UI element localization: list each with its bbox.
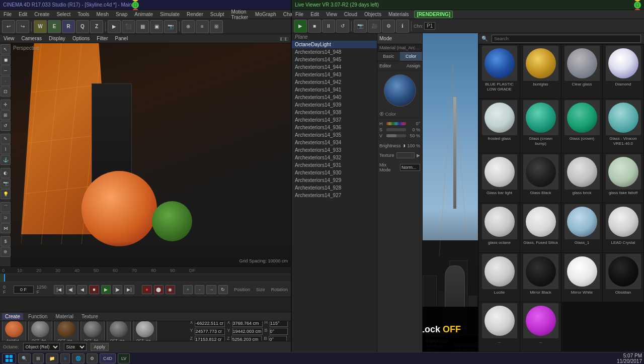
render-region[interactable]: ▦ bbox=[136, 20, 149, 33]
render-active[interactable]: ⬛ bbox=[122, 20, 135, 33]
tab-material[interactable]: Material bbox=[52, 313, 76, 320]
lv-menu-cloud[interactable]: Cloud bbox=[343, 11, 359, 18]
tab-cameras[interactable]: Cameras bbox=[20, 35, 44, 42]
select-tool[interactable]: Q bbox=[76, 20, 89, 33]
edge-button[interactable]: e bbox=[60, 353, 70, 363]
scene-item-937[interactable]: Archexteriors14_937 bbox=[292, 116, 377, 124]
hue-slider[interactable] bbox=[386, 122, 406, 125]
tab-filter[interactable]: Filter bbox=[95, 35, 109, 42]
mat-glass-falloff[interactable]: glass fake falloff bbox=[603, 153, 643, 203]
mat-glass-brick[interactable]: glass brick bbox=[561, 153, 602, 203]
obj-x-input[interactable] bbox=[195, 321, 225, 327]
scene-item-939[interactable]: Archexteriors14_939 bbox=[292, 101, 377, 109]
zaxis-btn[interactable]: Z bbox=[90, 20, 103, 33]
settings-button[interactable]: ⚙ bbox=[87, 353, 98, 363]
tab-view[interactable]: View bbox=[2, 35, 16, 42]
scale-tool[interactable]: E bbox=[48, 20, 61, 33]
scene-item-934[interactable]: Archexteriors14_934 bbox=[292, 139, 377, 146]
menu-mograph[interactable]: MoGraph bbox=[254, 11, 278, 18]
mat-blue-plastic[interactable]: BLUE PLASTIC LOW GRADE bbox=[479, 45, 520, 99]
channel-value[interactable]: P1 bbox=[424, 22, 435, 30]
icon-draw[interactable]: ✎ bbox=[1, 134, 11, 144]
lv-info-btn[interactable]: ℹ bbox=[396, 20, 409, 33]
scene-item-928[interactable]: Archexteriors14_928 bbox=[292, 184, 377, 192]
scene-item-935[interactable]: Archexteriors14_935 bbox=[292, 131, 377, 139]
mat-thumb-2[interactable]: OCT_ma... bbox=[54, 321, 78, 341]
apply-button[interactable]: Apply bbox=[91, 343, 109, 351]
icon-edge[interactable]: ─ bbox=[1, 65, 11, 75]
lv-maximize-btn[interactable]: □ bbox=[634, 2, 641, 9]
scene-item-943[interactable]: Archexteriors14_943 bbox=[292, 71, 377, 78]
obj-x2-input[interactable] bbox=[232, 321, 263, 327]
rotation-btn[interactable]: ↻ bbox=[218, 285, 228, 294]
mat-thumb-4[interactable]: OCT_ma... bbox=[107, 321, 131, 341]
mat-extra2[interactable]: ... bbox=[520, 302, 561, 351]
menu-simulate[interactable]: Simulate bbox=[158, 11, 181, 18]
mat-obsidian[interactable]: Obsidian bbox=[603, 253, 643, 302]
mix-input[interactable] bbox=[400, 164, 420, 171]
mat-mirror-white[interactable]: Mirror White bbox=[561, 253, 602, 302]
scene-item-932[interactable]: Archexteriors14_932 bbox=[292, 154, 377, 161]
icon-spline[interactable]: ⌒ bbox=[1, 202, 11, 212]
scene-item-940[interactable]: Archexteriors14_940 bbox=[292, 94, 377, 101]
mat-clear-glass[interactable]: Clear glass bbox=[561, 45, 602, 99]
snap-btn[interactable]: ⊕ bbox=[182, 20, 195, 33]
keyframe-goto[interactable]: → bbox=[206, 285, 216, 294]
icon-rotate[interactable]: ↺ bbox=[1, 121, 11, 131]
scene-item-944[interactable]: Archexteriors14_944 bbox=[292, 63, 377, 71]
mat-mirror-black[interactable]: Mirror Black bbox=[520, 253, 561, 302]
play-btn[interactable]: ▶ bbox=[101, 285, 111, 294]
lv-menu-materials[interactable]: Materials bbox=[387, 11, 411, 18]
icon-scale[interactable]: ⊞ bbox=[1, 110, 11, 120]
icon-point[interactable]: · bbox=[1, 76, 11, 86]
menu-file[interactable]: File bbox=[2, 11, 13, 18]
icon-cloner[interactable]: ❊ bbox=[1, 247, 11, 257]
lv-menu-view[interactable]: View bbox=[325, 11, 339, 18]
icon-deform[interactable]: ⋈ bbox=[1, 223, 11, 233]
color-ball-preview[interactable] bbox=[384, 74, 416, 107]
keyframe-add[interactable]: + bbox=[183, 285, 193, 294]
scene-item-933[interactable]: Archexteriors14_933 bbox=[292, 146, 377, 154]
render-preview[interactable]: ▶ bbox=[108, 20, 121, 33]
obj-h-input[interactable] bbox=[270, 321, 288, 327]
prev-key-btn[interactable]: ◀| bbox=[66, 285, 75, 294]
menu-snap[interactable]: Snap bbox=[114, 11, 129, 18]
mat-glass1[interactable]: Glass_1 bbox=[561, 203, 602, 252]
goto-end-btn[interactable]: ▶| bbox=[124, 285, 134, 294]
scene-item-931[interactable]: Archexteriors14_931 bbox=[292, 161, 377, 169]
tab-panel[interactable]: Panel bbox=[114, 35, 130, 42]
grid-btn[interactable]: ⊞ bbox=[210, 20, 223, 33]
render-view[interactable]: Out-of-core used/max:359Mb/4Gb Gray8/16:… bbox=[423, 33, 478, 352]
color-radio[interactable]: ⦿ bbox=[379, 112, 384, 117]
mat-lucite[interactable]: Lucite bbox=[479, 253, 520, 302]
obj-b-input[interactable] bbox=[270, 328, 288, 335]
c4d-maximize-btn[interactable]: □ bbox=[132, 2, 139, 9]
lv-menu-file[interactable]: File bbox=[294, 11, 305, 18]
start-button[interactable] bbox=[2, 353, 16, 363]
menu-select[interactable]: Select bbox=[55, 11, 72, 18]
menu-motiontrak[interactable]: Motion Tracker bbox=[230, 9, 250, 21]
mat-lead-crystal[interactable]: LEAD Crystal bbox=[603, 203, 643, 252]
record-btn[interactable]: ● bbox=[142, 285, 151, 294]
timeline-track[interactable] bbox=[0, 274, 291, 282]
lv-reset-btn[interactable]: ↺ bbox=[336, 20, 349, 33]
cinema4d-taskbar-btn[interactable]: C4D bbox=[100, 353, 116, 363]
mat-thumb-0[interactable]: ArchExt... bbox=[2, 321, 26, 341]
menu-animate[interactable]: Animate bbox=[133, 11, 154, 18]
mat-extra1[interactable]: ... bbox=[479, 302, 520, 351]
icon-script[interactable]: $ bbox=[1, 236, 11, 246]
tab-function[interactable]: Function bbox=[25, 313, 50, 320]
redo-btn[interactable]: ↪ bbox=[16, 20, 29, 33]
play-reverse-btn[interactable]: ◀ bbox=[77, 285, 87, 294]
mode-tab-color[interactable]: Color bbox=[400, 52, 423, 61]
sat-slider[interactable] bbox=[386, 128, 406, 131]
next-key-btn[interactable]: |▶ bbox=[113, 285, 122, 294]
search-button[interactable]: 🔍 bbox=[18, 353, 31, 363]
scene-item-945[interactable]: Archexteriors14_945 bbox=[292, 56, 377, 63]
mode-tab-basic[interactable]: Basic bbox=[377, 52, 400, 61]
icon-camera[interactable]: 📷 bbox=[1, 178, 11, 189]
icon-obj[interactable]: ⊡ bbox=[1, 86, 11, 97]
scene-item-936[interactable]: Archexteriors14_936 bbox=[292, 124, 377, 131]
lv-play-btn[interactable]: ▶ bbox=[294, 20, 307, 33]
menu-sculpt[interactable]: Sculpt bbox=[209, 11, 226, 18]
